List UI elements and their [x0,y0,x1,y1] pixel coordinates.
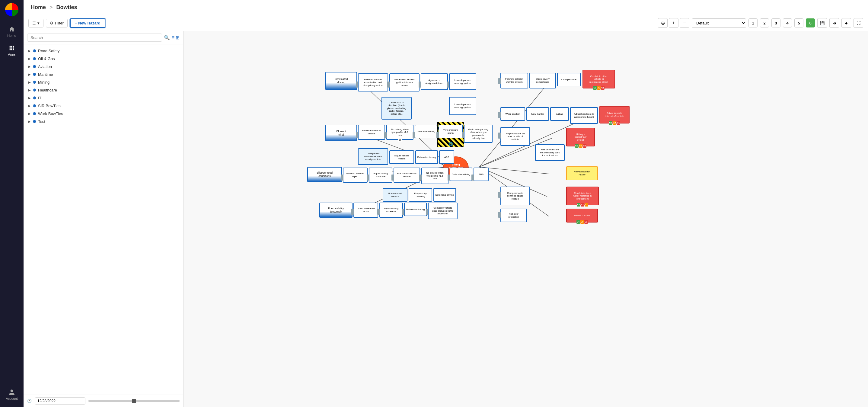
new-hazard-button[interactable]: + New Hazard [70,19,105,28]
list-view-button[interactable]: ☰ ▾ [28,19,43,27]
tree-label: IT [38,96,42,100]
zoom-in-button[interactable]: + [669,18,679,28]
consequence-vehicle-rollover[interactable]: Vehicle roll-over C4 C0 C1 [566,209,598,223]
level-5-button[interactable]: 5 [794,19,803,27]
bottom-bar: 🕐 [24,395,183,407]
barrier-lane-departure-2[interactable]: Lane departurewarning system [449,97,476,115]
tree-item-aviation[interactable]: ▶ ⊕ Aviation [24,62,183,70]
tree-item-oil-gas[interactable]: ▶ ⊕ Oil & Gas [24,55,183,62]
threat-poor-visibility[interactable]: Poor visibility(external) [319,203,352,218]
barrier-airbag[interactable]: Airbag [550,107,569,121]
barrier-pre-drive-check-2[interactable]: Pre drive check ofvehicle [394,168,420,183]
barrier-listen-weather-1[interactable]: Listen to weatherreport [343,168,368,183]
level-2-button[interactable]: 2 [760,19,769,27]
date-input[interactable] [35,397,85,405]
tree-item-work-bowties[interactable]: ▶ ⊕ Work BowTies [24,110,183,117]
barrier-pre-journey[interactable]: Pre-journeyplanning [409,188,432,202]
sidebar-item-account[interactable]: Account [4,385,20,404]
sidebar-item-account-label: Account [6,397,18,400]
tree-plus-icon: ⊕ [33,111,36,116]
tree-item-mining[interactable]: ▶ ⊕ Mining [24,78,183,86]
level-1-button[interactable]: 1 [748,19,757,27]
barrier-uneven-road[interactable]: Uneven roadsurface [383,188,407,202]
consequence-crash-object[interactable]: Crash into othervehicle ormotionless obj… [583,70,615,88]
back-button[interactable]: ⏮ [829,18,839,28]
fullscreen-button[interactable]: ⛶ [854,18,863,28]
barrier-abs-1[interactable]: ABS [439,150,454,164]
barrier-unexpected-manoeuvre[interactable]: Unexpectedmanoeuvre fromnearby vehicle [358,148,388,165]
search-icon[interactable]: 🔍 [164,35,170,40]
barrier-competence-rescue[interactable]: Competence inconfined spacerescue [500,186,530,205]
barrier-defensive-driving-3[interactable]: Defensive driving [450,168,472,181]
consequence-driver-impact[interactable]: Driver impactsinternal of vehicle C0 A0 … [599,106,629,123]
barrier-crumple-zone[interactable]: Crumple zone [557,73,581,86]
list-icon: ☰ [32,21,36,25]
barrier-pre-drive-check[interactable]: Pre drive check ofvehicle [358,125,385,140]
tree-label: SIR BowTies [38,104,61,108]
barrier-adjust-schedule-2[interactable]: Adjust drivingschedule [379,203,403,218]
consequence-new-escalation[interactable]: New EscalationFactor [566,166,598,180]
barrier-go-to-parking[interactable]: Go to safe parkingplace when tyrepressur… [464,125,493,143]
tree-item-test[interactable]: ▶ ⊕ Test [24,117,183,125]
filter-button[interactable]: ⚙ Filter [46,19,68,27]
level-3-button[interactable]: 3 [771,19,780,27]
level-6-button[interactable]: 6 [806,19,815,27]
tree-area: ▶ ⊕ Road Safety ▶ ⊕ Oil & Gas ▶ ⊕ Aviati… [24,45,183,395]
level-4-button[interactable]: 4 [783,19,792,27]
barrier-rollover-protection[interactable]: Roll-overprotection [500,209,527,222]
save-button[interactable]: 💾 [817,18,827,28]
forward-button[interactable]: ⏭ [841,18,851,28]
expand-all-icon[interactable]: ⊞ [176,35,180,40]
barrier-no-protrusions[interactable]: No protrusions onfront or side ofvehicle [500,127,530,146]
tree-arrow: ▶ [28,112,31,115]
tree-arrow: ▶ [28,104,31,108]
view-selector[interactable]: Default [692,19,746,28]
threat-blowout[interactable]: Blowout(tire) [326,125,357,141]
barrier-defensive-driving-2[interactable]: Defensive driving [415,150,438,164]
barrier-new-barrier[interactable]: New Barrier [526,107,549,121]
barrier-adjust-schedule-1[interactable]: Adjust drivingschedule [369,168,392,183]
barrier-defensive-driving-5[interactable]: Defensive driving [404,203,427,216]
threat-intoxicated[interactable]: Intoxicateddriving [326,72,357,90]
tree-arrow: ▶ [28,120,31,123]
barrier-forward-collision[interactable]: Forward collisionwarning system [500,73,528,88]
barrier-slip-recovery[interactable]: Slip recoverycompetence [529,73,556,88]
svg-line-7 [479,167,549,174]
barrier-adjust-headrest[interactable]: Adjust head rest toappropriate height [570,107,598,124]
barrier-breath-alcohol[interactable]: 899 Breath alcoholignition interlockdevi… [389,74,420,91]
barrier-company-vehicle[interactable]: Company vehiclespec includes lightsalway… [428,203,458,219]
collapse-all-icon[interactable]: ≡ [172,35,175,40]
tree-item-healthcare[interactable]: ▶ ⊕ Healthcare [24,86,183,94]
zoom-fit-button[interactable]: ⊕ [658,18,668,28]
tree-item-sir-bowties[interactable]: ▶ ⊕ SIR BowTies [24,102,183,110]
tree-item-maritime[interactable]: ▶ ⊕ Maritime [24,70,183,78]
sidebar-item-home[interactable]: Home [0,22,24,41]
barrier-defensive-driving-4[interactable]: Defensive driving [433,188,456,202]
barrier-listen-weather-2[interactable]: Listen to weatherreport [353,203,378,218]
barrier-tyre-pressure[interactable]: Tyre pressurealarm [438,125,463,138]
sidebar-item-apps[interactable]: Apps [0,41,24,60]
consequence-crash-water[interactable]: Crash into deepwater resulting inentrapm… [566,186,599,205]
barrier-abs-2[interactable]: ABS [473,168,489,181]
tree-item-it[interactable]: ▶ ⊕ IT [24,94,183,102]
timeline-slider[interactable] [88,400,180,402]
barrier-no-driving-tyre-2[interactable]: No driving whentyre profile <1.6mm [421,168,448,184]
breadcrumb-home[interactable]: Home [31,4,46,10]
barrier-adjust-mirrors[interactable]: Adjust vehiclemirrors [389,150,414,164]
barrier-wear-seatbelt[interactable]: Wear seatbelt [500,107,525,121]
barrier-defensive-driving-1[interactable]: Defensive driving [415,125,437,138]
tree-plus-icon: ⊕ [33,80,36,85]
tree-item-road-safety[interactable]: ▶ ⊕ Road Safety [24,47,183,55]
barrier-driver-loss-attention[interactable]: Driver loss ofattention (due tophone, co… [381,97,412,120]
barrier-periodic-medical[interactable]: Periodic medicalexamination anddisciplin… [358,74,388,91]
diagram-area[interactable]: RS-H.01vvDriving avehiclevv ⊕ 🌐 Losingco… [184,31,868,407]
barrier-designated-driver[interactable]: Agree on adesignated driver [421,74,448,90]
barrier-no-driving-tyre[interactable]: No driving whentyre profile <1.6mm ⊕ [386,125,413,140]
zoom-out-button[interactable]: − [680,18,689,28]
main-area: Home > Bowties ☰ ▾ ⚙ Filter + New Hazard… [24,0,868,407]
consequence-hitting-pedestrian[interactable]: Hitting apedestrian/cyclist C0 C1 C2 [566,128,595,146]
barrier-lane-departure-1[interactable]: Lane departurewarning system [449,74,476,90]
threat-slippery[interactable]: Slippery roadconditions [307,167,342,182]
search-input[interactable] [27,33,162,42]
barrier-hire-vehicles[interactable]: Hire vehicles arenot company specfor pro… [535,144,565,161]
